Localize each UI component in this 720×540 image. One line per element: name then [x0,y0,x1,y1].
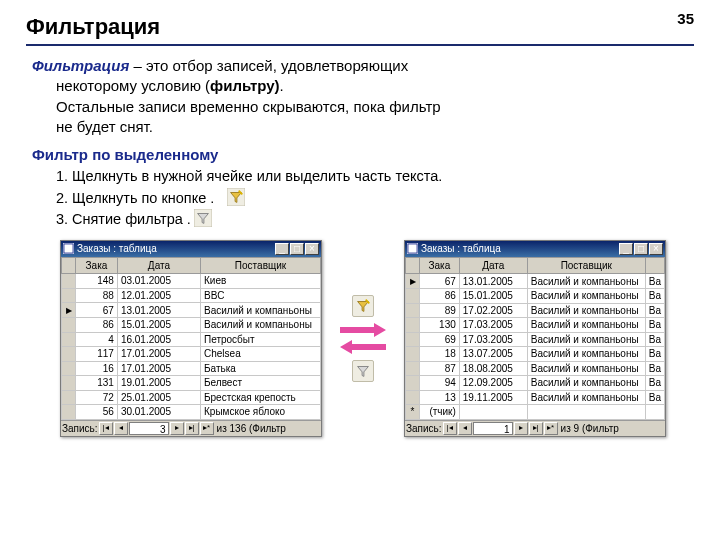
nav-prev[interactable]: ◂ [458,422,472,435]
maximize-button[interactable]: □ [290,243,304,255]
datasheet[interactable]: Зака Дата Поставщик 14803.01.2005Киев881… [61,257,321,420]
table-row[interactable]: 8917.02.2005Василий и компаньоныВа [406,303,665,318]
nav-position[interactable]: 3 [129,422,169,435]
minimize-button[interactable]: _ [619,243,633,255]
col-id[interactable]: Зака [76,257,118,274]
step-2: Щелкнуть по кнопке . [72,189,694,209]
datasheet-icon [63,243,74,254]
arrow-left-icon [340,340,386,354]
nav-last[interactable]: ▸| [185,422,199,435]
filter-remove-icon [352,360,374,382]
nav-last[interactable]: ▸| [529,422,543,435]
page-number: 35 [677,10,694,27]
nav-position[interactable]: 1 [473,422,513,435]
table-row[interactable]: ▶6713.01.2005Василий и компаньоны [62,303,321,318]
step-1: Щелкнуть в нужной ячейке или выделить ча… [72,167,694,187]
nav-next[interactable]: ▸ [170,422,184,435]
svg-rect-4 [407,243,418,254]
record-navigator: Запись: |◂ ◂ 1 ▸ ▸| ▸* из 9 (Фильтр [405,420,665,437]
table-row[interactable]: 6917.03.2005Василий и компаньоныВа [406,332,665,347]
nav-next[interactable]: ▸ [514,422,528,435]
col-supplier[interactable]: Поставщик [527,257,645,274]
table-row[interactable]: 5630.01.2005Крымское яблоко [62,405,321,420]
record-navigator: Запись: |◂ ◂ 3 ▸ ▸| ▸* из 136 (Фильтр [61,420,321,437]
close-button[interactable]: × [305,243,319,255]
step-3: Снятие фильтра . [72,210,694,230]
table-row[interactable]: 8718.08.2005Василий и компаньоныВа [406,361,665,376]
datasheet-icon [407,243,418,254]
col-id[interactable]: Зака [420,257,460,274]
title-rule [26,44,694,46]
col-date[interactable]: Дата [459,257,527,274]
subheading: Фильтр по выделенному [32,145,694,165]
table-row[interactable]: 14803.01.2005Киев [62,274,321,289]
nav-prev[interactable]: ◂ [114,422,128,435]
page-title: Фильтрация [26,14,694,40]
table-row[interactable]: 1319.11.2005Василий и компаньоныВа [406,390,665,405]
table-row[interactable]: 9412.09.2005Василий и компаньоныВа [406,376,665,391]
titlebar: Заказы : таблица _ □ × [61,241,321,257]
window-left: Заказы : таблица _ □ × Зака Дата Поставщ… [60,240,322,437]
diagram: Заказы : таблица _ □ × Зака Дата Поставщ… [32,240,694,437]
table-row[interactable]: 8615.01.2005Василий и компаньоныВа [406,289,665,304]
nav-first[interactable]: |◂ [443,422,457,435]
transform-arrows [340,295,386,382]
titlebar: Заказы : таблица _ □ × [405,241,665,257]
table-row[interactable]: 7225.01.2005Брестская крепость [62,390,321,405]
window-right: Заказы : таблица _ □ × Зака Дата Поставщ… [404,240,666,437]
table-row[interactable]: 1813.07.2005Василий и компаньоныВа [406,347,665,362]
table-row[interactable]: ▶6713.01.2005Василий и компаньоныВа [406,274,665,289]
col-supplier[interactable]: Поставщик [201,257,321,274]
window-title: Заказы : таблица [77,242,274,256]
table-row[interactable]: 8812.01.2005BBC [62,288,321,303]
window-title: Заказы : таблица [421,242,618,256]
filter-apply-icon [227,188,245,212]
filter-apply-icon [352,295,374,317]
definition-paragraph: Фильтрация – это отбор записей, удовлетв… [32,56,694,137]
nav-new[interactable]: ▸* [200,422,214,435]
table-row[interactable]: 8615.01.2005Василий и компаньоны [62,318,321,333]
maximize-button[interactable]: □ [634,243,648,255]
col-date[interactable]: Дата [117,257,200,274]
arrow-right-icon [340,323,386,337]
table-row[interactable]: 13119.01.2005Белвест [62,376,321,391]
table-row[interactable]: 13017.03.2005Василий и компаньоныВа [406,318,665,333]
term: Фильтрация [32,57,129,74]
datasheet[interactable]: Зака Дата Поставщик ▶6713.01.2005Василий… [405,257,665,420]
filter-remove-icon [194,209,212,233]
nav-first[interactable]: |◂ [99,422,113,435]
close-button[interactable]: × [649,243,663,255]
steps-list: Щелкнуть в нужной ячейке или выделить ча… [72,167,694,230]
minimize-button[interactable]: _ [275,243,289,255]
svg-rect-2 [63,243,74,254]
nav-new[interactable]: ▸* [544,422,558,435]
new-record-row[interactable]: *(тчик) [406,405,665,420]
col-extra[interactable] [645,257,664,274]
table-row[interactable]: 11717.01.2005Chelsea [62,347,321,362]
table-row[interactable]: 416.01.2005Петросбыт [62,332,321,347]
table-row[interactable]: 1617.01.2005Батька [62,361,321,376]
